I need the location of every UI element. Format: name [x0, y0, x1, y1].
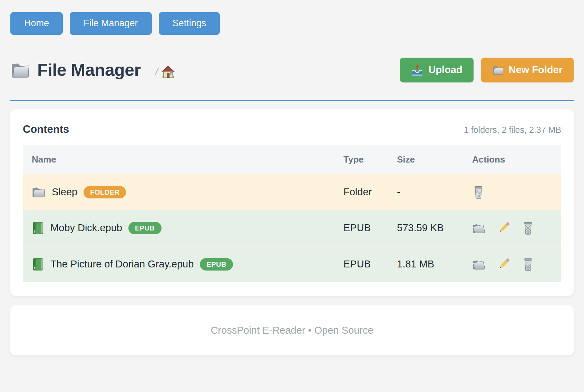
size-cell: -: [388, 186, 463, 198]
type-cell: Folder: [334, 186, 388, 198]
upload-button-label: Upload: [428, 64, 462, 76]
table-header-row: Name Type Size Actions: [23, 145, 561, 174]
table-row: The Picture of Dorian Gray.epub EPUB EPU…: [23, 246, 561, 282]
page: Home File Manager Settings File Manager …: [0, 0, 584, 392]
folder-icon: [32, 186, 46, 198]
nav-file-manager-button[interactable]: File Manager: [70, 12, 152, 35]
column-header-name: Name: [23, 154, 334, 165]
table-row: Sleep FOLDER Folder -: [23, 174, 561, 210]
actions-cell: [463, 257, 561, 271]
pencil-icon: [497, 258, 510, 271]
new-folder-button[interactable]: New Folder: [481, 58, 574, 82]
footer-text: CrossPoint E-Reader • Open Source: [17, 325, 567, 336]
rename-button[interactable]: [497, 222, 510, 235]
actions-cell: [463, 221, 561, 235]
house-icon[interactable]: [162, 65, 175, 78]
footer-card: CrossPoint E-Reader • Open Source: [10, 305, 574, 355]
contents-summary: 1 folders, 2 files, 2.37 MB: [464, 125, 561, 135]
rename-button[interactable]: [497, 258, 510, 271]
type-cell: EPUB: [334, 222, 388, 234]
delete-button[interactable]: [522, 257, 534, 271]
header-actions: Upload New Folder: [400, 58, 574, 82]
epub-badge: EPUB: [128, 222, 162, 234]
delete-button[interactable]: [472, 185, 485, 199]
page-header: File Manager / Upload New Folder: [10, 58, 574, 82]
top-nav: Home File Manager Settings: [10, 12, 574, 35]
trash-icon: [522, 221, 534, 235]
move-button[interactable]: [472, 222, 485, 234]
breadcrumb: /: [155, 65, 175, 78]
folder-open-icon: [472, 222, 485, 234]
upload-tray-icon: [411, 64, 424, 76]
page-title: File Manager: [37, 60, 141, 80]
move-button[interactable]: [472, 258, 485, 270]
pencil-icon: [497, 222, 510, 235]
book-icon: [32, 257, 44, 271]
size-cell: 1.81 MB: [388, 258, 463, 270]
column-header-type: Type: [334, 154, 388, 165]
contents-heading: Contents: [23, 123, 69, 136]
epub-badge: EPUB: [200, 258, 233, 271]
folder-open-icon: [472, 258, 485, 270]
header-divider: [10, 100, 574, 101]
name-cell[interactable]: Sleep FOLDER: [23, 186, 334, 198]
nav-home-button[interactable]: Home: [10, 12, 63, 35]
item-name: The Picture of Dorian Gray.epub: [50, 258, 194, 270]
folder-badge: FOLDER: [84, 186, 126, 198]
file-table: Name Type Size Actions Sleep FOLDER Fold…: [23, 145, 561, 282]
title-wrap: File Manager /: [10, 60, 175, 80]
breadcrumb-separator: /: [154, 66, 159, 78]
name-cell: The Picture of Dorian Gray.epub EPUB: [23, 257, 334, 271]
item-name: Moby Dick.epub: [50, 222, 122, 234]
trash-icon: [472, 185, 485, 199]
column-header-size: Size: [388, 154, 463, 165]
item-name[interactable]: Sleep: [52, 186, 77, 198]
type-cell: EPUB: [334, 258, 388, 270]
contents-card-header: Contents 1 folders, 2 files, 2.37 MB: [23, 123, 561, 136]
name-cell: Moby Dick.epub EPUB: [23, 221, 334, 235]
column-header-actions: Actions: [463, 154, 561, 165]
actions-cell: [463, 185, 561, 199]
book-icon: [32, 221, 44, 235]
upload-button[interactable]: Upload: [400, 58, 473, 82]
folder-icon: [492, 65, 504, 75]
delete-button[interactable]: [522, 221, 534, 235]
size-cell: 573.59 KB: [388, 222, 463, 234]
table-row: Moby Dick.epub EPUB EPUB 573.59 KB: [23, 210, 561, 246]
nav-settings-button[interactable]: Settings: [159, 12, 220, 35]
folder-icon: [10, 61, 30, 79]
trash-icon: [522, 257, 534, 271]
new-folder-button-label: New Folder: [509, 64, 563, 76]
contents-card: Contents 1 folders, 2 files, 2.37 MB Nam…: [10, 109, 574, 296]
